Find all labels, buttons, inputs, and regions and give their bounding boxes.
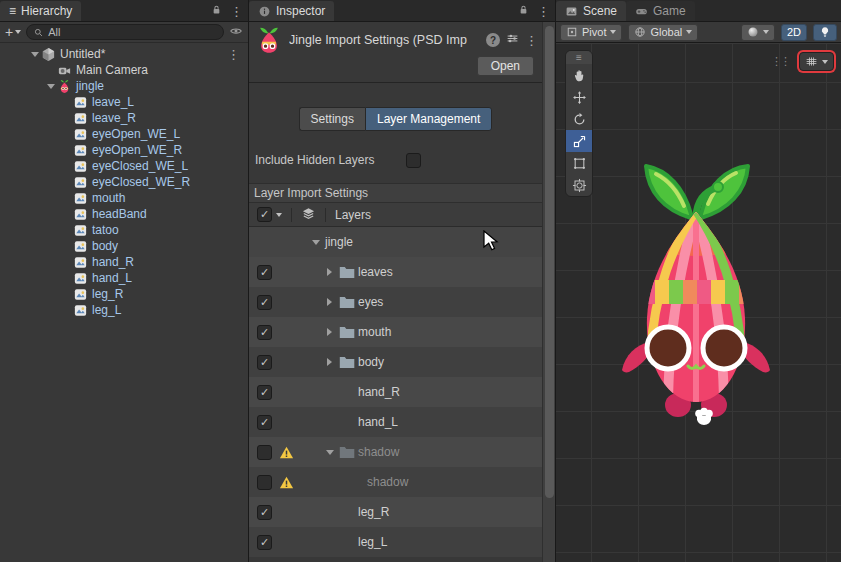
move-tool[interactable] [566, 86, 592, 108]
inspector-panel: Inspector ⋮ Jingle Import Settings (PSD … [249, 0, 555, 562]
pivot-dropdown[interactable]: Pivot [560, 24, 622, 41]
panel-kebab-icon[interactable]: ⋮ [230, 5, 243, 18]
shading-mode-dropdown[interactable] [741, 24, 775, 41]
foldout-icon[interactable] [323, 296, 336, 309]
hierarchy-item-hand_l[interactable]: hand_L [0, 270, 248, 286]
layer-row-body[interactable]: ✓body [249, 347, 542, 377]
global-dropdown[interactable]: Global [628, 24, 698, 41]
layer-enabled-checkbox[interactable]: ✓ [257, 535, 272, 550]
layer-enabled-checkbox[interactable]: ✓ [257, 355, 272, 370]
hierarchy-search-input[interactable]: All [26, 24, 224, 40]
scene-viewport[interactable]: ≡ ⋮⋮ [556, 44, 841, 562]
checkbox-dropdown-caret-icon[interactable] [276, 213, 282, 217]
foldout-icon [60, 288, 73, 301]
dropdown-caret-icon [763, 30, 769, 34]
item-label: Main Camera [76, 63, 148, 77]
hierarchy-item-eyeopen_we_l[interactable]: eyeOpen_WE_L [0, 126, 248, 142]
menu-icon: ≡ [9, 4, 16, 18]
item-label: Untitled* [60, 47, 105, 61]
dropdown-caret-icon [15, 30, 21, 34]
tab-scene[interactable]: Scene [556, 1, 626, 21]
foldout-icon[interactable] [309, 236, 322, 249]
hierarchy-item-main-camera[interactable]: Main Camera [0, 62, 248, 78]
tab-settings[interactable]: Settings [299, 107, 365, 131]
scene-picker-icon[interactable] [229, 24, 243, 41]
tab-inspector[interactable]: Inspector [249, 1, 334, 21]
scrollbar-thumb[interactable] [545, 26, 554, 498]
hierarchy-item-leg_r[interactable]: leg_R [0, 286, 248, 302]
layer-enabled-checkbox[interactable]: ✓ [257, 325, 272, 340]
transform-tool[interactable] [566, 174, 592, 196]
layer-enabled-checkbox[interactable] [257, 445, 272, 460]
layer-row-shadow[interactable]: shadow [249, 437, 542, 467]
unity-editor-window: ≡ Hierarchy ⋮ + All Untitled*⋮Main Camer… [0, 0, 841, 562]
jingle-character-sprite[interactable] [596, 152, 796, 432]
tab-hierarchy[interactable]: ≡ Hierarchy [0, 1, 81, 21]
all-layers-checkbox[interactable]: ✓ [257, 207, 272, 222]
panel-kebab-icon[interactable]: ⋮ [537, 5, 550, 18]
rect-tool[interactable] [566, 152, 592, 174]
hierarchy-item-jingle[interactable]: jingle [0, 78, 248, 94]
foldout-icon[interactable] [44, 80, 57, 93]
hierarchy-item-eyeclosed_we_l[interactable]: eyeClosed_WE_L [0, 158, 248, 174]
open-button[interactable]: Open [477, 56, 534, 76]
hierarchy-item-leave_l[interactable]: leave_L [0, 94, 248, 110]
hierarchy-item-eyeopen_we_r[interactable]: eyeOpen_WE_R [0, 142, 248, 158]
foldout-icon[interactable] [323, 446, 336, 459]
hierarchy-item-headband[interactable]: headBand [0, 206, 248, 222]
item-kebab-icon[interactable]: ⋮ [227, 47, 240, 62]
item-label: body [92, 239, 118, 253]
hierarchy-item-body[interactable]: body [0, 238, 248, 254]
layer-row-leaves[interactable]: ✓leaves [249, 257, 542, 287]
include-hidden-layers-row: Include Hidden Layers [249, 151, 542, 169]
hierarchy-item-leave_r[interactable]: leave_R [0, 110, 248, 126]
scale-tool-selected[interactable] [566, 130, 592, 152]
foldout-icon[interactable] [323, 326, 336, 339]
foldout-icon[interactable] [28, 48, 41, 61]
foldout-icon[interactable] [323, 266, 336, 279]
presets-icon[interactable] [506, 32, 519, 48]
add-object-button[interactable]: + [5, 25, 21, 39]
asset-thumbnail-icon [255, 26, 283, 54]
layer-row-hand_r[interactable]: ✓hand_R [249, 377, 542, 407]
layer-row-leg_r[interactable]: ✓leg_R [249, 497, 542, 527]
help-icon[interactable]: ? [486, 33, 500, 47]
layer-row-mouth[interactable]: ✓mouth [249, 317, 542, 347]
hierarchy-item-tatoo[interactable]: tatoo [0, 222, 248, 238]
inspector-scrollbar[interactable] [542, 22, 555, 562]
hierarchy-item-leg_l[interactable]: leg_L [0, 302, 248, 318]
layer-enabled-checkbox[interactable]: ✓ [257, 265, 272, 280]
layer-row-leg_l[interactable]: ✓leg_L [249, 527, 542, 557]
item-label: headBand [92, 207, 147, 221]
lock-icon[interactable] [517, 3, 530, 19]
overlay-drag-handle[interactable]: ≡ [566, 51, 592, 64]
tab-game[interactable]: Game [626, 1, 695, 21]
mode-2d-toggle[interactable]: 2D [781, 24, 807, 41]
hierarchy-item-mouth[interactable]: mouth [0, 190, 248, 206]
asset-kebab-icon[interactable]: ⋮ [525, 34, 538, 47]
hierarchy-item-untitled-[interactable]: Untitled*⋮ [0, 46, 248, 62]
layer-enabled-checkbox[interactable] [257, 475, 272, 490]
layer-enabled-checkbox[interactable]: ✓ [257, 385, 272, 400]
layer-enabled-checkbox[interactable]: ✓ [257, 295, 272, 310]
include-hidden-layers-checkbox[interactable] [406, 153, 421, 168]
layer-row-eyes[interactable]: ✓eyes [249, 287, 542, 317]
tab-layer-management[interactable]: Layer Management [365, 107, 492, 131]
layer-enabled-checkbox[interactable]: ✓ [257, 505, 272, 520]
foldout-icon[interactable] [323, 356, 336, 369]
layer-row-hand_l[interactable]: ✓hand_L [249, 407, 542, 437]
hierarchy-item-hand_r[interactable]: hand_R [0, 254, 248, 270]
foldout-icon [60, 208, 73, 221]
scene-lighting-toggle[interactable] [813, 24, 837, 41]
warning-icon [279, 445, 294, 460]
sprite-icon [73, 271, 88, 286]
hierarchy-item-eyeclosed_we_r[interactable]: eyeClosed_WE_R [0, 174, 248, 190]
rotate-tool[interactable] [566, 108, 592, 130]
lock-icon[interactable] [210, 3, 223, 19]
layer-enabled-checkbox[interactable]: ✓ [257, 415, 272, 430]
view-hand-tool[interactable] [566, 64, 592, 86]
grid-overlay-drag-handle[interactable]: ⋮⋮ [771, 55, 789, 68]
grid-visibility-button[interactable] [799, 52, 834, 71]
layer-row-shadow-child[interactable]: shadow [249, 467, 542, 497]
layer-label: shadow [358, 445, 399, 459]
